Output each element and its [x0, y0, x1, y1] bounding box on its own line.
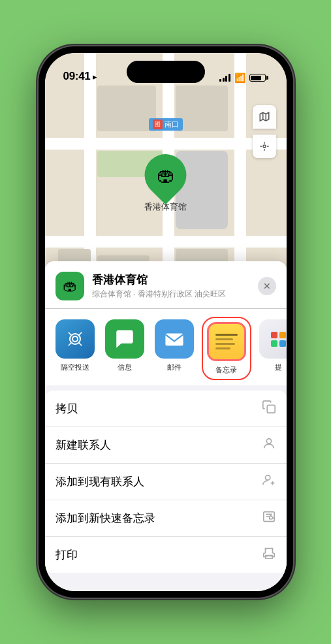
map-block: [97, 86, 156, 131]
venue-subtitle: 综合体育馆 · 香港特别行政区 油尖旺区: [92, 289, 258, 300]
share-apps-row: 隔空投送 信息: [45, 309, 287, 385]
signal-bars-icon: [219, 74, 230, 82]
stadium-pin[interactable]: 🏟 香港体育馆: [144, 154, 187, 213]
mail-icon: [155, 319, 194, 359]
add-quick-note-icon: [262, 509, 276, 527]
notes-icon: [207, 322, 246, 361]
action-new-contact[interactable]: 新建联系人: [45, 427, 287, 464]
share-app-airdrop[interactable]: 隔空投送: [55, 319, 95, 378]
airdrop-icon: [55, 319, 95, 359]
action-add-existing-label: 添加到现有联系人: [55, 474, 144, 489]
copy-icon: [262, 400, 276, 417]
pin-icon: 🏟: [136, 146, 195, 205]
action-add-quick-note[interactable]: 添加到新快速备忘录: [45, 500, 287, 537]
share-app-more[interactable]: 提: [259, 319, 287, 378]
action-print-label: 打印: [55, 547, 78, 562]
location-button[interactable]: [253, 135, 276, 158]
location-badge: 图 南口: [149, 118, 183, 131]
svg-point-9: [265, 475, 270, 480]
battery-icon: [249, 74, 268, 82]
location-arrow-icon: ▸: [93, 72, 97, 82]
new-contact-icon: [262, 436, 276, 454]
close-button[interactable]: ✕: [258, 277, 276, 295]
print-icon: [262, 546, 276, 564]
venue-emoji: 🏟: [63, 278, 77, 295]
messages-icon: [105, 319, 144, 359]
more-icon: [259, 319, 287, 359]
pin-emoji: 🏟: [157, 165, 175, 186]
messages-label: 信息: [118, 362, 132, 372]
mail-label: 邮件: [167, 362, 181, 372]
phone-frame: 09:41 ▸ 📶: [39, 46, 293, 598]
svg-rect-6: [165, 334, 183, 346]
share-app-messages[interactable]: 信息: [105, 319, 144, 378]
add-existing-icon: [262, 473, 276, 491]
action-add-quick-note-label: 添加到新快速备忘录: [55, 511, 155, 526]
svg-point-8: [266, 439, 271, 443]
dynamic-island: [127, 61, 205, 83]
action-add-existing-contact[interactable]: 添加到现有联系人: [45, 464, 287, 500]
svg-point-5: [72, 336, 78, 342]
map-type-button[interactable]: [253, 105, 276, 129]
svg-marker-0: [260, 112, 269, 121]
location-info: 香港体育馆 综合体育馆 · 香港特别行政区 油尖旺区: [92, 272, 258, 300]
action-list: 拷贝 新建联系人: [45, 391, 287, 573]
status-time: 09:41: [63, 70, 91, 83]
svg-rect-7: [267, 405, 275, 413]
map-block: [176, 86, 228, 131]
location-venue-icon: 🏟: [55, 272, 84, 300]
action-copy-label: 拷贝: [55, 401, 78, 416]
wifi-icon: 📶: [234, 72, 245, 83]
action-copy[interactable]: 拷贝: [45, 391, 287, 427]
notes-label: 备忘录: [215, 365, 237, 375]
action-new-contact-label: 新建联系人: [55, 438, 111, 453]
notes-lines: [215, 334, 238, 349]
phone-screen: 09:41 ▸ 📶: [45, 53, 287, 591]
status-icons: 📶: [219, 72, 268, 83]
bottom-sheet: 🏟 香港体育馆 综合体育馆 · 香港特别行政区 油尖旺区 ✕: [45, 261, 287, 591]
location-header: 🏟 香港体育馆 综合体育馆 · 香港特别行政区 油尖旺区 ✕: [45, 261, 287, 309]
share-app-mail[interactable]: 邮件: [155, 319, 194, 378]
venue-name: 香港体育馆: [92, 272, 258, 287]
svg-point-3: [263, 145, 266, 148]
more-label: 提: [275, 362, 282, 372]
airdrop-label: 隔空投送: [61, 362, 89, 372]
share-app-notes[interactable]: 备忘录: [204, 319, 249, 378]
map-controls: [253, 105, 276, 158]
action-print[interactable]: 打印: [45, 537, 287, 573]
